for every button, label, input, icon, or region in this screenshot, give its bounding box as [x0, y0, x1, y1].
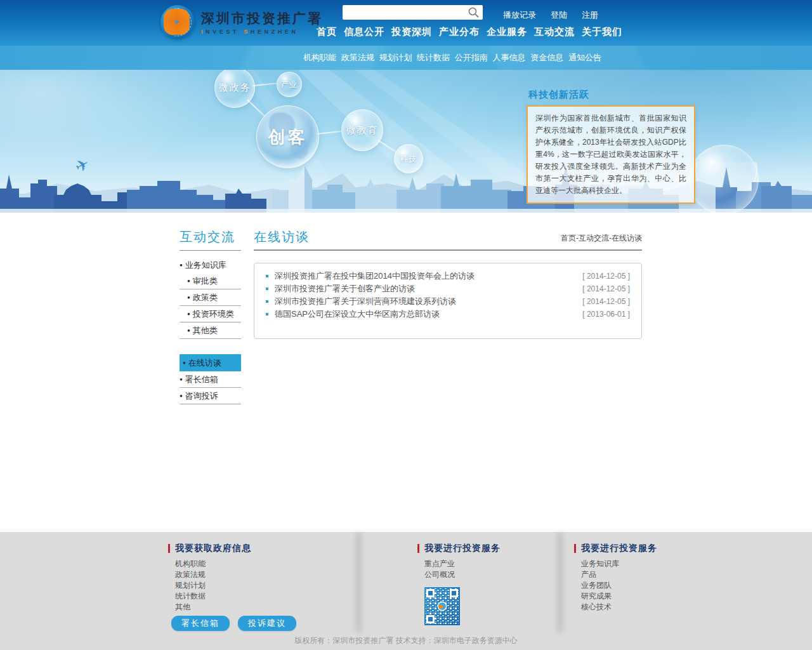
bullet-icon: ●: [187, 295, 190, 300]
footer-column-invest-service-2: 我要进行投资服务 业务知识库 产品 业务团队 研究成果 核心技术: [574, 543, 707, 614]
feature-panel: 科技创新活跃 深圳作为国家首批创新城市、首批国家知识产权示范城市，创新环境优良，…: [527, 89, 695, 204]
footer-link-statistics[interactable]: 统计数据: [175, 592, 327, 600]
bullet-icon: ●: [187, 278, 190, 284]
hero-banner: ✈ 微政务 产业 创客 微教育 科技 科技创新活跃 深圳作为国家首批创新城市、首…: [0, 70, 812, 213]
bubble-industry[interactable]: 产业: [277, 72, 302, 97]
footer-link-org-functions[interactable]: 机构职能: [175, 560, 327, 568]
subnav-notices[interactable]: 通知公告: [568, 52, 601, 63]
utility-login-link[interactable]: 登陆: [551, 10, 567, 21]
nav-info-disclosure[interactable]: 信息公开: [344, 26, 384, 38]
sidebar-menu: ●业务知识库 ●审批类 ●政策类 ●投资环境类 ●其他类 ●在线访谈 ●署长信箱: [180, 257, 241, 404]
bullet-icon: ●: [183, 360, 186, 366]
sidebar-item-approval[interactable]: ●审批类: [180, 273, 241, 289]
sidebar-item-consult-complaint[interactable]: ●咨询投诉: [180, 388, 241, 404]
complaint-suggestion-button[interactable]: 投诉建议: [238, 616, 296, 631]
nav-industry-distribution[interactable]: 产业分布: [439, 26, 480, 38]
square-bullet-icon: [266, 275, 268, 277]
nav-about-us[interactable]: 关于我们: [582, 26, 622, 38]
article-date: [ 2014-12-05 ]: [582, 272, 630, 281]
utility-nav: 播放记录 登陆 注册: [503, 10, 598, 21]
secondary-nav: 机构职能 政策法规 规划计划 统计数据 公开指南 人事信息 资金信息 通知公告: [0, 46, 812, 70]
subnav-org-functions[interactable]: 机构职能: [303, 52, 336, 63]
logo-subtitle-shenzhen: SHENZHEN: [244, 29, 298, 35]
footer-link-products[interactable]: 产品: [581, 571, 707, 579]
footer-link-business-team[interactable]: 业务团队: [581, 581, 707, 590]
sidebar-item-knowledge-base[interactable]: ●业务知识库: [180, 257, 241, 273]
invest-shenzhen-page: 深圳市投资推广署 INVEST SHENZHEN 播放记录 登陆 注册 首页 信…: [0, 0, 812, 650]
sidebar-item-director-mailbox[interactable]: ●署长信箱: [180, 371, 241, 388]
footer-link-other[interactable]: 其他: [175, 603, 327, 611]
bubble-label: 创客: [268, 126, 308, 149]
flower-petal-icon: [164, 20, 178, 35]
sidebar-item-investment-environment[interactable]: ●投资环境类: [180, 306, 241, 322]
subnav-policies-regulations[interactable]: 政策法规: [341, 52, 374, 63]
article-link[interactable]: 深圳投资推广署在投中集团2014中国投资年会上的访谈: [275, 270, 582, 282]
footer-column-title: 我要获取政府信息: [168, 543, 327, 554]
article-row: 深圳投资推广署在投中集团2014中国投资年会上的访谈 [ 2014-12-05 …: [266, 270, 630, 282]
copyright-text: 版权所有：深圳市投资推广署 技术支持：深圳市电子政务资源中心: [0, 635, 812, 646]
red-bar-icon: [168, 544, 170, 553]
square-bullet-icon: [266, 300, 268, 303]
bubble-maker[interactable]: 创客: [256, 105, 319, 168]
footer-divider: [560, 534, 560, 631]
footer-link-company-profile[interactable]: 公司概况: [424, 571, 554, 579]
nav-interaction[interactable]: 互动交流: [534, 26, 575, 38]
article-row: 德国SAP公司在深设立大中华区南方总部访谈 [ 2013-06-01 ]: [266, 308, 630, 321]
site-footer: 我要获取政府信息 机构职能 政策法规 规划计划 统计数据 其他 我要进行投资服务…: [0, 532, 812, 650]
article-date: [ 2013-06-01 ]: [582, 310, 630, 319]
sidebar-title: 互动交流: [180, 230, 241, 251]
article-row: 深圳市投资推广署关于创客产业的访谈 [ 2014-12-05 ]: [266, 282, 630, 295]
nav-enterprise-service[interactable]: 企业服务: [487, 26, 527, 38]
logo-badge-icon: [160, 5, 195, 39]
article-link[interactable]: 德国SAP公司在深设立大中华区南方总部访谈: [275, 308, 582, 320]
subnav-disclosure-guide[interactable]: 公开指南: [455, 52, 488, 63]
feature-title: 科技创新活跃: [528, 89, 695, 101]
footer-link-planning[interactable]: 规划计划: [175, 581, 327, 590]
footer-link-key-industries[interactable]: 重点产业: [424, 560, 554, 568]
nav-home[interactable]: 首页: [317, 26, 337, 38]
bubble-label: 微政务: [219, 82, 251, 94]
logo-subtitle: INVEST SHENZHEN: [201, 29, 323, 35]
decorative-bubble: [689, 145, 759, 213]
article-list: 深圳投资推广署在投中集团2014中国投资年会上的访谈 [ 2014-12-05 …: [254, 263, 642, 339]
red-bar-icon: [574, 544, 576, 553]
director-mailbox-button[interactable]: 署长信箱: [171, 616, 230, 631]
footer-divider: [358, 534, 359, 631]
subnav-funding-info[interactable]: 资金信息: [530, 52, 563, 63]
bubble-label: 产业: [281, 79, 298, 90]
utility-register-link[interactable]: 注册: [582, 10, 598, 21]
footer-link-core-technology[interactable]: 核心技术: [581, 603, 707, 611]
bubble-micro-education[interactable]: 微教育: [341, 109, 383, 151]
red-bar-icon: [417, 544, 419, 553]
footer-column-invest-service-1: 我要进行投资服务 重点产业 公司概况: [417, 543, 554, 625]
subnav-hr-info[interactable]: 人事信息: [493, 52, 526, 63]
breadcrumb[interactable]: 首页-互动交流-在线访谈: [561, 233, 642, 244]
sidebar: 互动交流 ●业务知识库 ●审批类 ●政策类 ●投资环境类 ●其他类 ●在线访谈 …: [180, 230, 241, 404]
footer-link-knowledge-base[interactable]: 业务知识库: [581, 560, 707, 568]
bullet-icon: ●: [187, 311, 190, 317]
sidebar-item-online-interview[interactable]: ●在线访谈: [180, 354, 241, 371]
article-date: [ 2014-12-05 ]: [582, 297, 630, 306]
qr-code: [424, 587, 460, 625]
bullet-icon: ●: [180, 393, 183, 399]
logo-title: 深圳市投资推广署: [201, 10, 323, 27]
site-logo[interactable]: 深圳市投资推广署 INVEST SHENZHEN: [160, 5, 323, 39]
footer-link-research-results[interactable]: 研究成果: [581, 592, 707, 600]
search-input[interactable]: [343, 5, 483, 20]
footer-column-title: 我要进行投资服务: [417, 543, 554, 554]
bubble-technology[interactable]: 科技: [394, 144, 423, 173]
content-header: 在线访谈 首页-互动交流-在线访谈: [254, 230, 642, 251]
sidebar-item-other[interactable]: ●其他类: [180, 322, 241, 339]
secondary-nav-items: 机构职能 政策法规 规划计划 统计数据 公开指南 人事信息 资金信息 通知公告: [303, 46, 601, 70]
subnav-statistics[interactable]: 统计数据: [417, 52, 450, 63]
sidebar-item-policy[interactable]: ●政策类: [180, 289, 241, 306]
utility-play-history-link[interactable]: 播放记录: [503, 10, 536, 21]
article-link[interactable]: 深圳市投资推广署关于创客产业的访谈: [275, 283, 582, 295]
nav-invest-shenzhen[interactable]: 投资深圳: [391, 26, 432, 38]
footer-links: 机构职能 政策法规 规划计划 统计数据 其他: [168, 560, 327, 611]
subnav-planning[interactable]: 规划计划: [379, 52, 412, 63]
article-link[interactable]: 深圳市投资推广署关于深圳营商环境建设系列访谈: [275, 296, 582, 307]
search-icon[interactable]: [468, 6, 480, 18]
footer-column-title: 我要进行投资服务: [574, 543, 707, 554]
footer-link-policies[interactable]: 政策法规: [175, 571, 327, 579]
